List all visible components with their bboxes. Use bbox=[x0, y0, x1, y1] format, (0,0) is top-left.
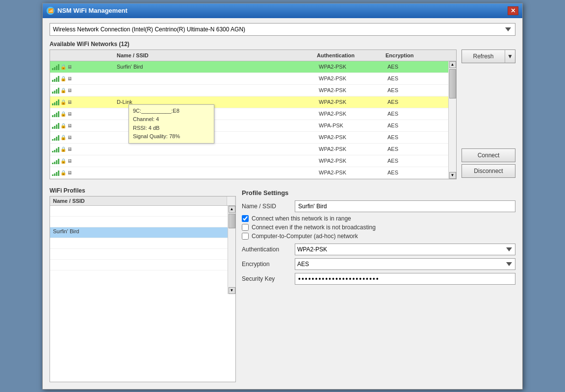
settings-key-row: Security Key bbox=[242, 273, 515, 285]
signal-bars bbox=[52, 63, 59, 70]
lock-icon: 🔒 bbox=[60, 76, 66, 81]
row4-auth: WPA2-PSK bbox=[316, 98, 385, 106]
table-row[interactable]: 🔒 🖥 WPA2-PSK AES bbox=[50, 85, 448, 97]
bar2 bbox=[54, 91, 55, 94]
close-button[interactable]: ✕ bbox=[508, 6, 518, 15]
row1-name: Surfin' Bird bbox=[114, 63, 316, 71]
bar3 bbox=[56, 113, 57, 117]
bar2 bbox=[54, 67, 55, 70]
row10-signal: 🔒 🖥 bbox=[50, 169, 114, 176]
lock-icon: 🔒 bbox=[60, 135, 66, 140]
connect-group: Connect Disconnect bbox=[462, 148, 515, 178]
profiles-scrollbar-right[interactable]: ▲ ▼ bbox=[228, 206, 235, 294]
row8-auth: WPA2-PSK bbox=[316, 145, 385, 153]
adapter-select[interactable]: Wireless Network Connection (Intel(R) Ce… bbox=[50, 23, 515, 36]
row10-auth: WPA2-PSK bbox=[316, 169, 385, 176]
row9-signal: 🔒 🖥 bbox=[50, 157, 114, 164]
name-label: Name / SSID bbox=[242, 203, 291, 210]
list-item[interactable] bbox=[50, 249, 228, 260]
profiles-table-header: Name / SSID bbox=[50, 196, 235, 206]
checkbox-row-3: Computer-to-Computer (ad-hoc) network bbox=[242, 233, 515, 240]
list-item[interactable] bbox=[50, 206, 228, 217]
row10-enc: AES bbox=[385, 169, 448, 176]
row1-enc: AES bbox=[385, 63, 448, 71]
lock-icon: 🔒 bbox=[60, 99, 66, 105]
profiles-scroll-up[interactable]: ▲ bbox=[229, 206, 235, 213]
table-row[interactable]: 🔒 🖥 WPA2-PSK AES bbox=[50, 132, 448, 144]
bar4 bbox=[58, 159, 59, 164]
row1-signal: 🔒 🖥 bbox=[50, 63, 114, 70]
title-bar-left: 📶 NSM WiFi Management bbox=[47, 7, 128, 15]
row3-auth: WPA2-PSK bbox=[316, 86, 385, 94]
refresh-group: Refresh ▼ bbox=[462, 49, 515, 63]
bar2 bbox=[54, 79, 55, 82]
scroll-up-arrow[interactable]: ▲ bbox=[449, 61, 456, 68]
connect-in-range-label: Connect when this network is in range bbox=[252, 215, 351, 222]
table-row[interactable]: 🔒 🖥 WPA2-PSK AES bbox=[50, 108, 448, 120]
profiles-table: Name / SSID Surfin' Bird bbox=[50, 196, 236, 382]
scroll-thumb[interactable] bbox=[449, 69, 456, 98]
router-icon: 🖥 bbox=[67, 99, 72, 105]
disconnect-button[interactable]: Disconnect bbox=[462, 164, 515, 178]
signal-bars bbox=[52, 122, 59, 129]
table-row[interactable]: 🔒 🖥 D-Link WPA2-PSK AES 9C:__________:E8… bbox=[50, 97, 448, 108]
name-input[interactable] bbox=[295, 200, 515, 212]
lock-icon: 🔒 bbox=[60, 170, 66, 175]
table-row[interactable]: 🔒 🖥 WPA2-PSK AES bbox=[50, 155, 448, 167]
checkbox-row-2: Connect even if the network is not broad… bbox=[242, 224, 515, 231]
signal-bars bbox=[52, 75, 59, 82]
table-row[interactable]: 🔒 🖥 WPA2-PSK AES bbox=[50, 144, 448, 155]
bar1 bbox=[52, 151, 53, 152]
col-signal bbox=[50, 51, 114, 59]
lock-icon: 🔒 bbox=[60, 64, 66, 70]
profiles-body: Surfin' Bird bbox=[50, 206, 228, 294]
bar1 bbox=[52, 127, 53, 129]
row5-signal: 🔒 🖥 bbox=[50, 110, 114, 117]
bar3 bbox=[56, 148, 57, 152]
connect-not-broadcasting-label: Connect even if the network is not broad… bbox=[252, 224, 376, 231]
key-input[interactable] bbox=[295, 273, 515, 285]
row7-auth: WPA2-PSK bbox=[316, 133, 385, 141]
row5-auth: WPA2-PSK bbox=[316, 110, 385, 118]
bar4 bbox=[58, 99, 59, 105]
signal-bars bbox=[52, 110, 59, 117]
bar2 bbox=[54, 162, 55, 164]
scroll-down-arrow[interactable]: ▼ bbox=[449, 172, 456, 179]
table-row[interactable]: 🔒 🖥 Surfin' Bird WPA2-PSK AES bbox=[50, 61, 448, 73]
row1-auth: WPA2-PSK bbox=[316, 63, 385, 71]
networks-scrollbar[interactable]: ▲ ▼ bbox=[448, 61, 456, 179]
connect-button[interactable]: Connect bbox=[462, 148, 515, 162]
table-row[interactable]: 🔒 🖥 WPA2-PSK AES bbox=[50, 167, 448, 179]
networks-container: Name / SSID Authentication Encryption bbox=[50, 49, 457, 185]
app-icon: 📶 bbox=[47, 7, 54, 15]
refresh-button[interactable]: Refresh bbox=[462, 49, 505, 63]
adhoc-checkbox[interactable] bbox=[242, 233, 249, 240]
list-item[interactable] bbox=[50, 260, 228, 270]
connect-not-broadcasting-checkbox[interactable] bbox=[242, 224, 249, 231]
connect-in-range-checkbox[interactable] bbox=[242, 215, 249, 222]
row7-signal: 🔒 🖥 bbox=[50, 134, 114, 141]
router-icon: 🖥 bbox=[67, 76, 72, 81]
settings-enc-row: Encryption AES bbox=[242, 258, 515, 270]
bar1 bbox=[52, 68, 53, 70]
row5-name bbox=[114, 113, 316, 115]
profiles-scrollbar[interactable] bbox=[227, 196, 234, 205]
list-item[interactable] bbox=[50, 238, 228, 249]
window-content: Wireless Network Connection (Intel(R) Ce… bbox=[43, 18, 522, 389]
networks-table-header: Name / SSID Authentication Encryption bbox=[50, 50, 456, 61]
profiles-scroll-thumb[interactable] bbox=[229, 214, 235, 228]
auth-select[interactable]: WPA2-PSK bbox=[295, 244, 515, 255]
signal-bars bbox=[52, 87, 59, 94]
list-item[interactable] bbox=[50, 217, 228, 227]
signal-bars bbox=[52, 157, 59, 164]
profiles-scroll-down[interactable]: ▼ bbox=[229, 287, 235, 294]
enc-select[interactable]: AES bbox=[295, 258, 515, 270]
row6-name bbox=[114, 124, 316, 126]
signal-bars bbox=[52, 169, 59, 176]
table-row[interactable]: 🔒 🖥 WPA-PSK AES bbox=[50, 120, 448, 132]
table-row[interactable]: 🔒 🖥 WPA2-PSK AES bbox=[50, 73, 448, 85]
bar4 bbox=[58, 123, 59, 129]
list-item[interactable]: Surfin' Bird bbox=[50, 227, 228, 238]
refresh-dropdown-button[interactable]: ▼ bbox=[505, 49, 515, 63]
col-enc: Encryption bbox=[383, 51, 446, 59]
